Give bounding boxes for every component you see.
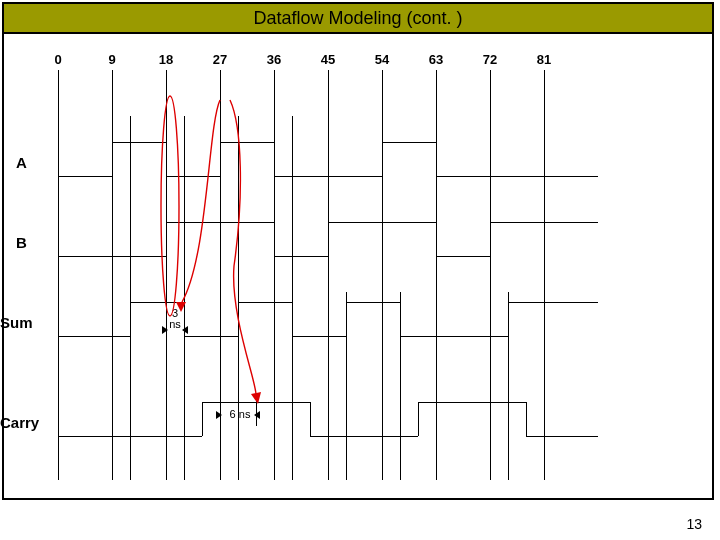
transition-line	[526, 402, 527, 436]
wave-a	[220, 142, 274, 143]
tick-label: 27	[213, 52, 227, 67]
arrow-left-icon	[182, 326, 188, 334]
wave-a	[274, 176, 382, 177]
transition-line	[310, 402, 311, 436]
tick-label: 45	[321, 52, 335, 67]
wave-a	[58, 176, 112, 177]
transition-line	[130, 116, 131, 480]
signal-label-carry: Carry	[0, 414, 39, 431]
svg-point-0	[161, 96, 179, 316]
transition-line	[238, 116, 239, 480]
wave-a	[166, 176, 220, 177]
transition-line	[184, 116, 185, 480]
wave-sum	[292, 336, 346, 337]
gridline	[328, 70, 329, 480]
gridline	[274, 70, 275, 480]
transition-line	[292, 116, 293, 480]
wave-sum	[400, 336, 508, 337]
wave-carry	[526, 436, 598, 437]
signal-label-sum: Sum	[0, 314, 33, 331]
tick-label: 0	[54, 52, 61, 67]
wave-a	[112, 142, 166, 143]
causality-arrows	[58, 56, 658, 486]
title-bar: Dataflow Modeling (cont. )	[2, 2, 714, 34]
arrow-right-icon	[162, 326, 168, 334]
wave-sum	[346, 302, 400, 303]
wave-a	[436, 176, 598, 177]
gridline	[382, 70, 383, 480]
tick-label: 81	[537, 52, 551, 67]
arrow-left-icon	[254, 411, 260, 419]
wave-a	[382, 142, 436, 143]
transition-line	[346, 292, 347, 480]
arrow-right-icon	[216, 411, 222, 419]
slide-title: Dataflow Modeling (cont. )	[253, 8, 462, 29]
gridline	[436, 70, 437, 480]
transition-line	[202, 402, 203, 436]
wave-sum	[238, 302, 292, 303]
tick-label: 9	[108, 52, 115, 67]
wave-b	[274, 256, 328, 257]
wave-carry	[418, 402, 526, 403]
page-number: 13	[686, 516, 702, 532]
gridline	[166, 70, 167, 480]
transition-line	[508, 292, 509, 480]
timing-diagram: 0 9 18 27 36 45 54 63 72 81 A B Sum Carr…	[58, 56, 658, 486]
tick-label: 63	[429, 52, 443, 67]
gridline	[58, 70, 59, 480]
gridline	[490, 70, 491, 480]
gridline	[112, 70, 113, 480]
wave-carry	[310, 436, 418, 437]
transition-line	[400, 292, 401, 480]
wave-sum	[508, 302, 598, 303]
wave-b	[58, 256, 166, 257]
tick-label: 54	[375, 52, 389, 67]
gridline	[544, 70, 545, 480]
wave-sum	[58, 336, 130, 337]
wave-b	[328, 222, 436, 223]
tick-label: 36	[267, 52, 281, 67]
wave-sum	[130, 302, 184, 303]
transition-line	[418, 402, 419, 436]
tick-label: 18	[159, 52, 173, 67]
marker-line	[256, 396, 257, 426]
tick-label: 72	[483, 52, 497, 67]
signal-label-b: B	[16, 234, 27, 251]
signal-label-a: A	[16, 154, 27, 171]
wave-carry	[58, 436, 202, 437]
wave-b	[436, 256, 490, 257]
wave-b	[166, 222, 274, 223]
wave-sum	[184, 336, 238, 337]
wave-b	[490, 222, 598, 223]
